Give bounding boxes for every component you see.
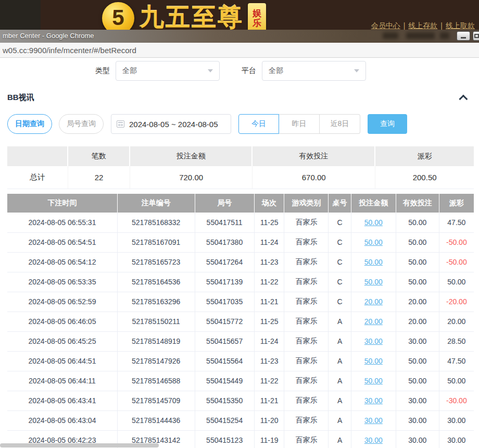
session-cell: 11-24 xyxy=(254,331,284,351)
bet-amount-link[interactable]: 50.00 xyxy=(364,258,383,266)
maximize-button[interactable] xyxy=(473,31,479,41)
bet-amount-link[interactable]: 20.00 xyxy=(364,317,383,326)
bet-time-cell: 2024-08-05 06:44:11 xyxy=(7,371,117,391)
game-type-cell: 百家乐 xyxy=(284,410,329,430)
game-type-cell: 百家乐 xyxy=(284,252,329,272)
summary-header-payout: 派彩 xyxy=(375,146,474,166)
order-no-cell: 521785148919 xyxy=(117,331,195,351)
valid-bet-cell: 50.00 xyxy=(396,213,439,232)
logo-title: 九五至尊 xyxy=(140,2,244,32)
bet-amount-link[interactable]: 50.00 xyxy=(364,278,383,286)
bet-amount-cell: 20.00 xyxy=(351,292,396,312)
date-range-input[interactable]: 2024-08-05 ~ 2024-08-05 xyxy=(111,114,231,134)
bet-amount-cell: 50.00 xyxy=(351,252,396,272)
type-select[interactable]: 全部 xyxy=(116,61,220,81)
address-bar[interactable]: w05.cc:9900/infe/mcenter/#/betRecord xyxy=(0,43,479,58)
round-no-cell: 550417139 xyxy=(195,272,254,292)
bet-amount-link[interactable]: 50.00 xyxy=(364,357,383,365)
bet-time-cell: 2024-08-05 06:54:12 xyxy=(7,252,117,272)
bet-time-cell: 2024-08-05 06:43:04 xyxy=(7,410,117,430)
order-no-cell: 521785145709 xyxy=(117,391,195,410)
round-no-cell: 550415772 xyxy=(195,312,254,331)
bet-amount-link[interactable]: 20.00 xyxy=(364,297,383,306)
bet-time-cell: 2024-08-05 06:43:41 xyxy=(7,391,117,410)
payout-cell: 20.00 xyxy=(439,312,474,331)
header-game-type: 游戏类别 xyxy=(284,194,329,213)
valid-bet-cell: 20.00 xyxy=(396,292,439,312)
summary-header-count: 笔数 xyxy=(68,146,130,166)
header-order-no: 注单编号 xyxy=(117,194,195,213)
table-no-cell: C xyxy=(329,292,351,312)
summary-table: 笔数 投注金额 有效投注 派彩 总计 22 720.00 670.00 200.… xyxy=(7,146,474,189)
collapse-chevron-up-icon[interactable] xyxy=(459,94,468,103)
blurred-user-info xyxy=(440,32,449,39)
table-no-cell: C xyxy=(329,252,351,272)
table-row: 2024-08-05 06:55:31521785168332550417511… xyxy=(7,213,474,232)
game-type-cell: 百家乐 xyxy=(284,430,329,448)
section-title: BB视讯 xyxy=(7,93,34,103)
table-row: 2024-08-05 06:54:12521785165723550417264… xyxy=(7,252,474,272)
round-no-cell: 550415350 xyxy=(195,391,254,410)
nav-separator: | xyxy=(404,21,406,30)
header-bet-time: 下注时间 xyxy=(7,194,117,213)
order-no-cell: 521785164536 xyxy=(117,272,195,292)
logo-entertainment-badge: 娱 乐 xyxy=(248,3,266,32)
game-type-cell: 百家乐 xyxy=(284,391,329,410)
bet-amount-link[interactable]: 50.00 xyxy=(364,218,383,227)
summary-bet-amount-value: 720.00 xyxy=(130,166,253,189)
filter-row: 类型 全部 平台 全部 xyxy=(0,61,479,81)
order-no-cell: 521785146588 xyxy=(117,371,195,391)
bet-amount-cell: 20.00 xyxy=(351,312,396,331)
game-type-cell: 百家乐 xyxy=(284,272,329,292)
payout-cell: -50.00 xyxy=(439,252,474,272)
site-banner: 5 九五至尊 娱 乐 会员中心|线上存款|线上取款 xyxy=(0,0,479,32)
nav-member-center-link[interactable]: 会员中心 xyxy=(371,21,400,30)
platform-select[interactable]: 全部 xyxy=(262,61,366,81)
summary-header-row: 笔数 投注金额 有效投注 派彩 xyxy=(7,146,474,166)
round-query-tab[interactable]: 局号查询 xyxy=(59,114,104,134)
blurred-user-info xyxy=(383,32,398,39)
game-type-cell: 百家乐 xyxy=(284,351,329,371)
valid-bet-cell: 50.00 xyxy=(396,252,439,272)
table-no-cell: C xyxy=(329,232,351,252)
page-url: w05.cc:9900/infe/mcenter/#/betRecord xyxy=(3,46,136,55)
nav-withdraw-link[interactable]: 线上取款 xyxy=(446,21,475,30)
today-button[interactable]: 今日 xyxy=(238,114,279,134)
query-button[interactable]: 查询 xyxy=(368,114,407,134)
bet-amount-link[interactable]: 50.00 xyxy=(364,238,383,246)
query-toolbar: 日期查询 局号查询 2024-08-05 ~ 2024-08-05 今日 昨日 … xyxy=(7,114,407,134)
order-no-cell: 521785167091 xyxy=(117,232,195,252)
minimize-button[interactable] xyxy=(457,31,470,41)
order-no-cell: 521785165723 xyxy=(117,252,195,272)
nav-deposit-link[interactable]: 线上存款 xyxy=(408,21,437,30)
summary-total-row: 总计 22 720.00 670.00 200.50 xyxy=(7,166,474,189)
valid-bet-cell: 20.00 xyxy=(396,312,439,331)
logo-coin-icon: 5 xyxy=(102,2,134,32)
table-row: 2024-08-05 06:44:11521785146588550415449… xyxy=(7,371,474,391)
bet-amount-link[interactable]: 30.00 xyxy=(364,436,383,444)
summary-header-blank xyxy=(7,146,68,166)
yesterday-button[interactable]: 昨日 xyxy=(279,114,320,134)
bet-amount-link[interactable]: 30.00 xyxy=(364,337,383,345)
date-query-tab[interactable]: 日期查询 xyxy=(7,114,52,134)
bet-amount-link[interactable]: 50.00 xyxy=(364,377,383,385)
valid-bet-cell: 30.00 xyxy=(396,410,439,430)
table-no-cell: A xyxy=(329,410,351,430)
bet-table-body: 2024-08-05 06:55:31521785168332550417511… xyxy=(7,213,474,448)
valid-bet-cell: 50.00 xyxy=(396,351,439,371)
bet-amount-link[interactable]: 30.00 xyxy=(364,396,383,405)
game-type-cell: 百家乐 xyxy=(284,232,329,252)
bet-table-header-row: 下注时间 注单编号 局号 场次 游戏类别 桌号 投注金额 有效投注 派彩 xyxy=(7,194,474,213)
bet-time-cell: 2024-08-05 06:44:51 xyxy=(7,351,117,371)
chevron-down-icon xyxy=(354,69,359,72)
payout-cell: 30.00 xyxy=(439,430,474,448)
last-8-days-button[interactable]: 近8日 xyxy=(320,114,360,134)
bet-time-cell: 2024-08-05 06:54:51 xyxy=(7,232,117,252)
summary-header-valid-bet: 有效投注 xyxy=(253,146,375,166)
bet-amount-link[interactable]: 30.00 xyxy=(364,416,383,425)
horizontal-scrollbar-thumb[interactable] xyxy=(0,443,159,447)
table-row: 2024-08-05 06:43:04521785144436550415254… xyxy=(7,410,474,430)
platform-select-value: 全部 xyxy=(269,66,283,76)
session-cell: 11-24 xyxy=(254,232,284,252)
table-no-cell: A xyxy=(329,312,351,331)
